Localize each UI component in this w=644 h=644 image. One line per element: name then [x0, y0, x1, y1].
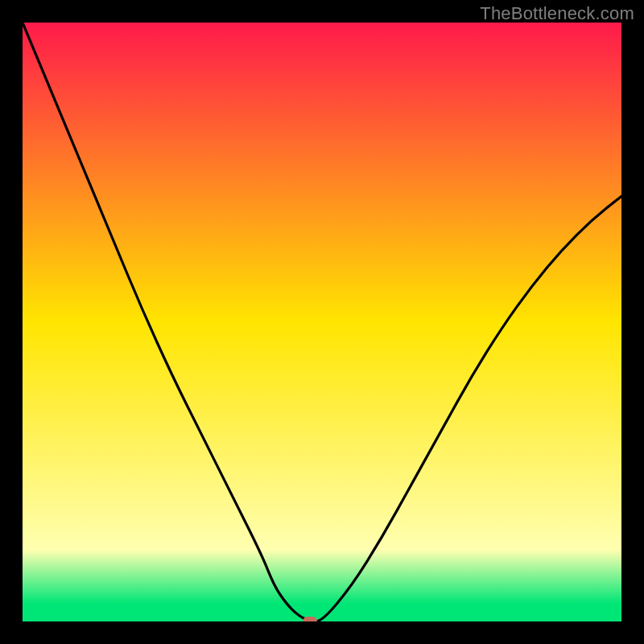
optimal-point-marker: [303, 617, 317, 621]
watermark-text: TheBottleneck.com: [480, 3, 634, 24]
bottleneck-curve-path: [23, 23, 621, 621]
chart-container: TheBottleneck.com: [0, 0, 644, 644]
curve-svg: [23, 23, 621, 621]
plot-area: [23, 23, 621, 621]
